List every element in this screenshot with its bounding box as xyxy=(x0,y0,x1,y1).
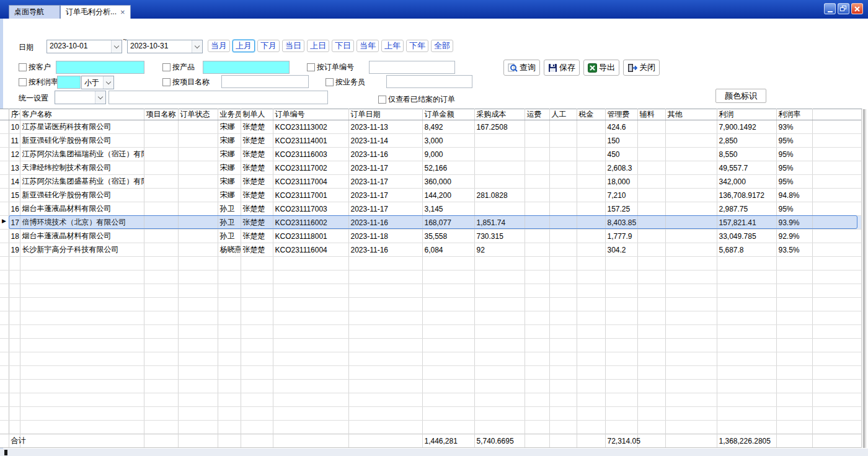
column-header[interactable]: 业务员 xyxy=(218,109,241,120)
cell[interactable] xyxy=(665,216,717,230)
date-quick-button[interactable]: 上年 xyxy=(381,40,404,52)
cell[interactable] xyxy=(637,189,665,202)
tab-close-icon[interactable]: × xyxy=(120,8,125,16)
cell[interactable] xyxy=(474,161,525,175)
cell[interactable] xyxy=(665,148,717,161)
table-row[interactable]: 14江苏阿尔法集团盛基药业（宿迁）有限公司宋娜张楚楚KCO23111700420… xyxy=(0,175,862,189)
cell[interactable] xyxy=(549,202,577,216)
tab-order-profit-analysis[interactable]: 订单毛利分析... × xyxy=(60,5,131,19)
cell[interactable] xyxy=(549,120,577,134)
cell[interactable]: 新亚强硅化学股份有限公司 xyxy=(20,189,144,202)
cell[interactable] xyxy=(577,243,605,257)
table-row[interactable]: 13天津经纬控制技术有限公司宋娜张楚楚KCO2311170022023-11-1… xyxy=(0,161,862,175)
unified-setting-input[interactable] xyxy=(108,91,328,104)
cell[interactable] xyxy=(144,175,178,189)
column-header[interactable]: 制单人 xyxy=(241,109,273,120)
cell[interactable]: 95% xyxy=(776,175,812,189)
cell[interactable]: 281.0828 xyxy=(474,189,525,202)
cell[interactable] xyxy=(637,243,665,257)
order-no-filter-input[interactable] xyxy=(369,61,455,74)
date-quick-button[interactable]: 当月 xyxy=(208,40,230,52)
cell[interactable] xyxy=(525,202,549,216)
cell[interactable]: 新亚强硅化学股份有限公司 xyxy=(20,134,144,148)
cell[interactable] xyxy=(549,175,577,189)
cell[interactable]: 342,000 xyxy=(717,175,776,189)
cell[interactable]: 张楚楚 xyxy=(241,216,273,230)
cell[interactable]: 张楚楚 xyxy=(241,175,273,189)
date-quick-button[interactable]: 下月 xyxy=(257,40,280,52)
cell[interactable]: 2023-11-17 xyxy=(348,189,422,202)
cell[interactable]: 95% xyxy=(776,161,812,175)
cell[interactable]: 2023-11-17 xyxy=(348,175,422,189)
column-header[interactable]: 客户名称 xyxy=(20,109,144,120)
cell[interactable] xyxy=(474,202,525,216)
cell[interactable]: 倍博环境技术（北京）有限公司 xyxy=(20,216,144,230)
cell[interactable]: 2023-11-13 xyxy=(348,120,422,134)
cell[interactable] xyxy=(144,189,178,202)
cell[interactable]: 450 xyxy=(605,148,637,161)
cell[interactable] xyxy=(525,243,549,257)
column-header[interactable]: 采购成本 xyxy=(474,109,525,120)
horizontal-scrollbar[interactable] xyxy=(0,449,868,456)
cell[interactable]: 宋娜 xyxy=(218,189,241,202)
cell[interactable]: 144,200 xyxy=(422,189,474,202)
cell[interactable]: 1,777.9 xyxy=(605,230,637,243)
cell[interactable] xyxy=(178,230,218,243)
cell[interactable] xyxy=(549,230,577,243)
cell[interactable]: 3,145 xyxy=(422,202,474,216)
cell[interactable]: 16 xyxy=(9,202,20,216)
cell[interactable] xyxy=(525,148,549,161)
cell[interactable]: 孙卫 xyxy=(218,202,241,216)
horizontal-scrollbar-thumb[interactable] xyxy=(4,450,7,455)
cell[interactable] xyxy=(637,120,665,134)
cell[interactable] xyxy=(665,189,717,202)
cell[interactable] xyxy=(549,134,577,148)
cell[interactable]: 157,821.41 xyxy=(717,216,776,230)
cell[interactable]: 11 xyxy=(9,134,20,148)
cell[interactable] xyxy=(178,120,218,134)
column-header[interactable]: 运费 xyxy=(525,109,549,120)
cell[interactable]: 张楚楚 xyxy=(241,202,273,216)
by-profit-rate-checkbox[interactable] xyxy=(19,78,27,86)
cell[interactable]: 167.2508 xyxy=(474,120,525,134)
table-row[interactable]: 18烟台丰蓬液晶材料有限公司孙卫张楚楚KCO2311180012023-11-1… xyxy=(0,230,862,243)
cell[interactable] xyxy=(144,216,178,230)
cell[interactable]: 136,708.9172 xyxy=(717,189,776,202)
cell[interactable]: 95% xyxy=(776,148,812,161)
profit-rate-filter-input[interactable] xyxy=(57,76,81,89)
by-salesman-checkbox[interactable] xyxy=(326,78,334,86)
column-header[interactable]: 税金 xyxy=(577,109,605,120)
column-header[interactable]: 管理费 xyxy=(605,109,637,120)
filter-by-project[interactable]: 按项目名称 xyxy=(162,77,210,87)
profit-rate-operator-dropdown-button[interactable] xyxy=(103,76,113,89)
cell[interactable] xyxy=(665,175,717,189)
date-quick-button[interactable]: 上日 xyxy=(307,40,329,52)
cell[interactable] xyxy=(144,148,178,161)
cell[interactable] xyxy=(577,148,605,161)
cell[interactable] xyxy=(577,120,605,134)
cell[interactable] xyxy=(577,161,605,175)
cell[interactable]: 3,000 xyxy=(422,134,474,148)
cell[interactable]: 张楚楚 xyxy=(241,230,273,243)
cell[interactable]: 孙卫 xyxy=(218,216,241,230)
cell[interactable]: 2,987.75 xyxy=(717,202,776,216)
cell[interactable]: 宋娜 xyxy=(218,134,241,148)
cell[interactable] xyxy=(665,230,717,243)
unified-setting-combo[interactable] xyxy=(55,91,106,104)
date-quick-button[interactable]: 上月 xyxy=(232,40,255,52)
cell[interactable]: 94.8% xyxy=(776,189,812,202)
column-header[interactable]: 人工 xyxy=(549,109,577,120)
cell[interactable]: 2,850 xyxy=(717,134,776,148)
column-header[interactable]: 利润率 xyxy=(776,109,812,120)
cell[interactable] xyxy=(525,216,549,230)
vertical-scrollbar[interactable] xyxy=(861,109,866,448)
cell[interactable] xyxy=(178,148,218,161)
cell[interactable]: 730.315 xyxy=(474,230,525,243)
cell[interactable] xyxy=(577,202,605,216)
cell[interactable]: 张楚楚 xyxy=(241,243,273,257)
date-quick-button[interactable]: 全部 xyxy=(431,40,453,52)
column-header[interactable]: 订单状态 xyxy=(178,109,218,120)
table-row[interactable]: 17倍博环境技术（北京）有限公司孙卫张楚楚KCO2311160022023-11… xyxy=(0,216,862,230)
tab-desktop-nav[interactable]: 桌面导航 xyxy=(9,5,60,19)
cell[interactable]: 张楚楚 xyxy=(241,134,273,148)
